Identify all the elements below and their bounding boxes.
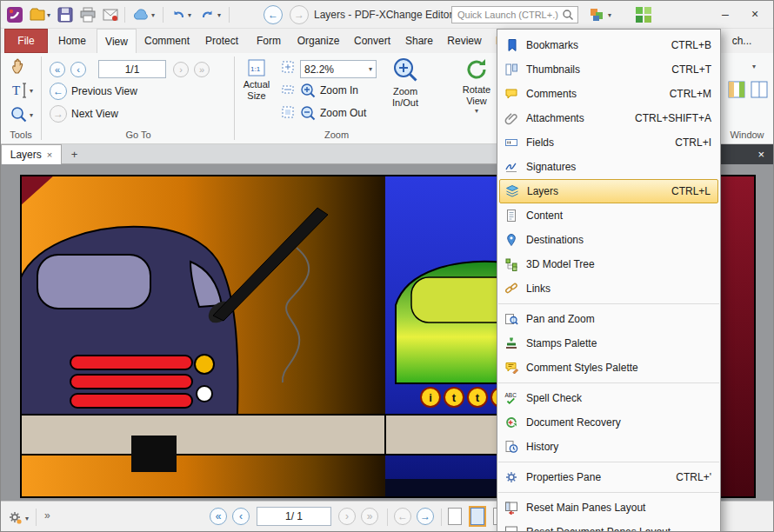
rotate-view-caret-icon: ▾ [475, 108, 478, 115]
zoom-in-button[interactable]: Zoom In [300, 83, 358, 98]
history-back-button[interactable]: ← [264, 5, 283, 24]
status-next-page-button[interactable]: › [338, 508, 356, 525]
hand-tool-icon [10, 57, 29, 76]
zoom-out-button[interactable]: Zoom Out [300, 105, 366, 121]
print-button[interactable] [79, 6, 97, 23]
menu-item-destinations[interactable]: Destinations [497, 228, 720, 252]
menu-item-spell-check[interactable]: ABC Spell Check [497, 386, 720, 410]
fit-visible-button[interactable] [281, 105, 295, 122]
tab-protect[interactable]: Protect [197, 29, 246, 53]
window-split-button[interactable] [751, 81, 768, 101]
spell-check-icon: ABC [504, 391, 519, 405]
menu-item-stamps-palette[interactable]: Stamps Palette [497, 331, 720, 356]
statusbar-options-button[interactable] [8, 510, 22, 527]
status-first-page-button[interactable]: « [210, 508, 227, 525]
cloud-icon [131, 6, 150, 23]
previous-view-button[interactable]: ← Previous View [50, 83, 137, 100]
pane-close-button[interactable]: × [757, 148, 764, 161]
tab-home[interactable]: Home [51, 29, 93, 53]
menu-item-thumbnails[interactable]: ThumbnailsCTRL+T [497, 57, 720, 82]
artwork-ground-left [20, 415, 385, 455]
select-text-caret-icon[interactable]: ▾ [30, 88, 33, 95]
status-page-number-field[interactable]: 1/ 1 [257, 507, 331, 526]
redo-caret-icon[interactable]: ▾ [217, 12, 221, 19]
menu-item-document-recovery[interactable]: Document Recovery [497, 410, 720, 435]
status-last-page-button[interactable]: » [361, 508, 378, 525]
menu-item-layers[interactable]: LayersCTRL+L [499, 179, 718, 203]
zoom-tool-button[interactable] [10, 105, 29, 127]
quick-launch-input[interactable]: Quick Launch (CTRL+.) [451, 6, 578, 23]
menu-item-bookmarks[interactable]: BookmarksCTRL+B [497, 33, 720, 57]
menu-item-comment-styles-palette[interactable]: Comment Styles Palette [497, 356, 720, 380]
menu-item-3d-model-tree[interactable]: 3D Model Tree [497, 252, 720, 276]
hand-tool-button[interactable] [10, 57, 29, 78]
single-page-layout-button[interactable] [448, 508, 462, 525]
new-document-tab-button[interactable]: + [67, 147, 82, 162]
rotate-view-button[interactable]: Rotate View ▾ [451, 57, 502, 115]
redo-button[interactable] [199, 6, 217, 23]
menu-item-properties-pane[interactable]: Properties PaneCTRL+' [497, 465, 720, 489]
tab-comment[interactable]: Comment [140, 29, 194, 53]
statusbar-options-caret-icon[interactable]: ▾ [25, 515, 29, 522]
menu-item-reset-document-panes-layout[interactable]: Reset Document Panes Layout [497, 520, 720, 532]
last-page-button[interactable]: » [194, 62, 210, 77]
actual-size-button[interactable]: 1:1 Actual Size [237, 58, 276, 101]
undo-button[interactable] [170, 6, 187, 23]
next-view-button[interactable]: → Next View [50, 105, 118, 123]
tab-file[interactable]: File [4, 29, 48, 53]
tab-view[interactable]: View [97, 29, 137, 53]
tab-review[interactable]: Review [443, 29, 486, 53]
cloud-button[interactable] [131, 6, 150, 23]
fit-width-button[interactable] [281, 83, 295, 99]
status-next-view-button[interactable]: → [417, 508, 434, 525]
actual-size-label: Actual Size [237, 79, 276, 101]
tab-share[interactable]: Share [399, 29, 439, 53]
menu-item-fields[interactable]: FieldsCTRL+I [497, 130, 720, 155]
tab-right-partial[interactable]: ch... [724, 29, 759, 53]
menu-item-attachments[interactable]: AttachmentsCTRL+SHIFT+A [497, 106, 720, 130]
menu-item-comments[interactable]: CommentsCTRL+M [497, 82, 720, 106]
pan-zoom-icon [504, 312, 519, 326]
tab-organize[interactable]: Organize [291, 29, 345, 53]
document-tab-layers[interactable]: Layers × [1, 144, 62, 164]
zoom-tool-caret-icon[interactable]: ▾ [30, 112, 33, 119]
menu-item-links[interactable]: Links [497, 276, 720, 301]
minimize-button[interactable]: – [712, 3, 738, 25]
close-window-button[interactable]: × [742, 3, 768, 25]
email-button[interactable] [102, 6, 119, 23]
next-page-button[interactable]: › [173, 62, 189, 77]
page-number-field[interactable]: 1/1 [98, 60, 166, 78]
select-text-button[interactable]: T [10, 81, 29, 103]
zoom-in-out-button[interactable]: Zoom In/Out [382, 57, 429, 108]
sessions-caret-icon[interactable]: ▾ [608, 12, 611, 19]
redo-icon [199, 6, 217, 23]
menu-item-history[interactable]: History [497, 435, 720, 459]
menu-item-pan-and-zoom[interactable]: Pan and Zoom [497, 307, 720, 331]
status-previous-view-button[interactable]: ← [394, 508, 411, 525]
save-button[interactable] [57, 6, 74, 23]
zoom-level-combo[interactable]: 82.2% ▾ [300, 60, 377, 78]
previous-page-button[interactable]: ‹ [70, 62, 86, 77]
status-previous-page-button[interactable]: ‹ [232, 508, 250, 525]
zoom-in-out-label: Zoom In/Out [382, 86, 429, 108]
first-page-button[interactable]: « [50, 62, 65, 77]
window-group-caret-icon[interactable]: ▾ [752, 63, 756, 70]
window-pane-button[interactable] [728, 81, 745, 101]
menu-item-signatures[interactable]: Signatures [497, 155, 720, 179]
statusbar-expand-icon[interactable]: » [44, 509, 50, 522]
tab-convert[interactable]: Convert [349, 29, 396, 53]
tab-form[interactable]: Form [250, 29, 288, 53]
cloud-caret-icon[interactable]: ▾ [151, 12, 155, 19]
open-button[interactable] [29, 6, 46, 23]
undo-caret-icon[interactable]: ▾ [188, 12, 191, 19]
continuous-layout-button[interactable] [470, 508, 484, 525]
fit-page-button[interactable] [281, 60, 295, 76]
history-forward-button[interactable]: → [290, 5, 309, 24]
document-tab-close-icon[interactable]: × [47, 150, 52, 160]
menu-item-content[interactable]: Content [497, 203, 720, 228]
fit-page-icon [281, 60, 295, 74]
open-caret-icon[interactable]: ▾ [47, 12, 50, 19]
menu-item-reset-main-panes-layout[interactable]: Reset Main Panes Layout [497, 495, 720, 520]
launch-grid-button[interactable] [634, 5, 653, 24]
sessions-button[interactable] [589, 6, 606, 23]
